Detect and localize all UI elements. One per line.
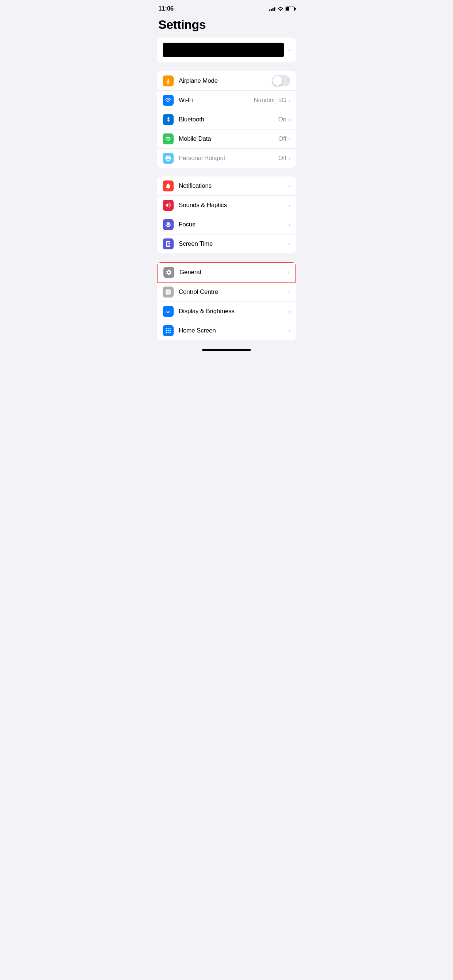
personal-hotspot-icon	[163, 153, 174, 164]
home-screen-label: Home Screen	[179, 327, 289, 334]
status-bar: 11:06	[151, 0, 302, 14]
notifications-chevron: ›	[289, 183, 290, 189]
airplane-mode-toggle[interactable]	[272, 75, 290, 86]
home-screen-row[interactable]: Home Screen ›	[157, 321, 296, 340]
home-indicator	[202, 349, 251, 351]
screen-time-row[interactable]: Screen Time ›	[157, 234, 296, 253]
svg-rect-4	[166, 330, 167, 331]
profile-chevron: ›	[289, 47, 290, 53]
general-chevron: ›	[288, 269, 290, 275]
battery-icon	[286, 6, 295, 11]
connectivity-group: Airplane Mode Wi-Fi Nandini_5G › Bluetoo…	[157, 71, 296, 168]
general-row[interactable]: General ›	[157, 262, 296, 283]
wifi-chevron: ›	[289, 97, 290, 103]
general-label: General	[179, 269, 288, 276]
airplane-mode-icon	[163, 75, 174, 86]
wifi-icon	[163, 95, 174, 106]
svg-rect-3	[170, 328, 171, 329]
sounds-haptics-row[interactable]: Sounds & Haptics ›	[157, 196, 296, 215]
sounds-haptics-chevron: ›	[289, 202, 290, 208]
mobile-data-row[interactable]: Mobile Data Off ›	[157, 129, 296, 149]
home-screen-chevron: ›	[289, 328, 290, 334]
bluetooth-chevron: ›	[289, 117, 290, 123]
focus-row[interactable]: Focus ›	[157, 215, 296, 234]
focus-label: Focus	[179, 221, 289, 228]
svg-rect-6	[170, 330, 171, 331]
general-icon	[163, 267, 174, 278]
display-brightness-row[interactable]: AA Display & Brightness ›	[157, 302, 296, 321]
home-screen-icon	[163, 325, 174, 336]
screen-time-icon	[163, 239, 174, 250]
svg-text:AA: AA	[166, 310, 171, 313]
screen-time-chevron: ›	[289, 241, 290, 247]
profile-card[interactable]: ›	[157, 38, 296, 62]
signal-icon	[269, 6, 275, 11]
status-time: 11:06	[158, 5, 174, 13]
notifications-group: Notifications › Sounds & Haptics › Focus…	[157, 177, 296, 253]
svg-rect-1	[166, 328, 167, 329]
control-centre-row[interactable]: Control Centre ›	[157, 283, 296, 302]
wifi-row[interactable]: Wi-Fi Nandini_5G ›	[157, 91, 296, 110]
wifi-value: Nandini_5G	[254, 97, 287, 104]
mobile-data-icon	[163, 134, 174, 145]
mobile-data-chevron: ›	[289, 136, 290, 142]
bluetooth-value: On	[278, 116, 287, 123]
notifications-label: Notifications	[179, 182, 289, 189]
svg-rect-7	[166, 332, 167, 333]
display-brightness-label: Display & Brightness	[179, 308, 289, 315]
personal-hotspot-label: Personal Hotspot	[179, 154, 278, 162]
control-centre-icon	[163, 286, 174, 298]
wifi-icon	[278, 6, 283, 11]
notifications-row[interactable]: Notifications ›	[157, 177, 296, 196]
bluetooth-label: Bluetooth	[179, 116, 278, 123]
bluetooth-icon	[163, 114, 174, 125]
control-centre-chevron: ›	[289, 289, 290, 295]
screen-time-label: Screen Time	[179, 240, 289, 248]
svg-rect-5	[168, 330, 169, 331]
wifi-label: Wi-Fi	[179, 97, 254, 104]
sounds-haptics-icon	[163, 200, 174, 211]
display-brightness-icon: AA	[163, 306, 174, 317]
svg-rect-9	[170, 332, 171, 333]
mobile-data-label: Mobile Data	[179, 135, 278, 143]
notifications-icon	[163, 180, 174, 191]
personal-hotspot-row[interactable]: Personal Hotspot Off ›	[157, 149, 296, 168]
svg-rect-8	[168, 332, 169, 333]
airplane-mode-label: Airplane Mode	[179, 77, 272, 84]
sounds-haptics-label: Sounds & Haptics	[179, 202, 289, 209]
general-settings-group: General › Control Centre › AA Display & …	[157, 262, 296, 340]
status-icons	[269, 6, 295, 11]
airplane-mode-row[interactable]: Airplane Mode	[157, 71, 296, 91]
mobile-data-value: Off	[278, 135, 286, 143]
profile-redacted	[163, 43, 284, 57]
bluetooth-row[interactable]: Bluetooth On ›	[157, 110, 296, 129]
page-title: Settings	[151, 14, 302, 38]
display-brightness-chevron: ›	[289, 309, 290, 314]
focus-chevron: ›	[289, 222, 290, 228]
focus-icon	[163, 219, 174, 230]
personal-hotspot-chevron: ›	[289, 155, 290, 161]
personal-hotspot-value: Off	[278, 154, 286, 162]
battery-fill	[286, 7, 289, 11]
svg-rect-2	[168, 328, 169, 329]
control-centre-label: Control Centre	[179, 288, 289, 296]
